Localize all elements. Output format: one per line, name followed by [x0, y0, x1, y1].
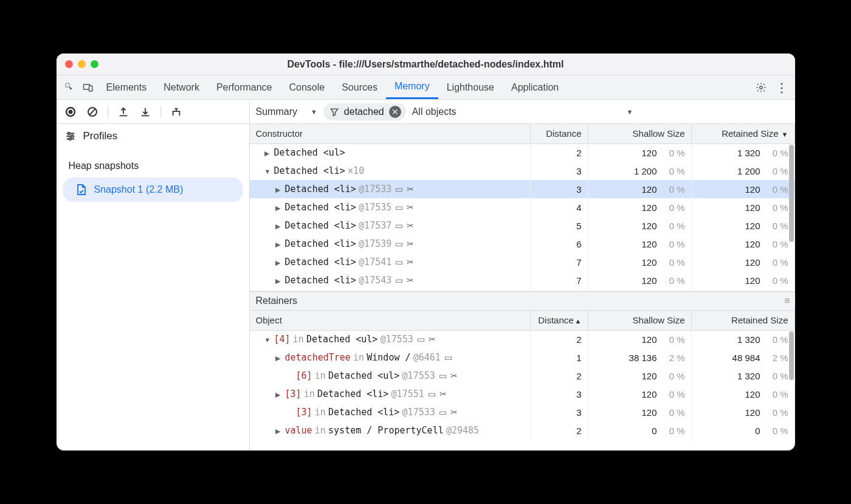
table-row[interactable]: ▼[4] in Detached <ul> @17553▭✂21200 %1 3…	[250, 330, 795, 348]
scissors-icon: ✂	[407, 221, 414, 230]
retainers-header[interactable]: Retainers ≡	[250, 291, 795, 311]
col-distance[interactable]: Distance	[530, 124, 588, 143]
tune-icon	[65, 131, 76, 142]
constructors-table-wrap: Constructor Distance Shallow Size Retain…	[250, 124, 795, 291]
tab-lighthouse[interactable]: Lighthouse	[438, 75, 503, 99]
gc-icon[interactable]	[167, 103, 185, 121]
svg-point-5	[68, 109, 72, 114]
clear-filter-icon[interactable]: ✕	[389, 106, 401, 118]
more-icon[interactable]: ⋮	[773, 79, 790, 96]
col-retained[interactable]: Retained Size	[691, 311, 794, 330]
col-shallow[interactable]: Shallow Size	[588, 124, 691, 143]
col-retained[interactable]: Retained Size ▼	[691, 124, 794, 143]
tab-network[interactable]: Network	[155, 75, 208, 99]
sidebar-group-heap: Heap snapshots	[57, 148, 249, 175]
record-icon[interactable]	[61, 103, 80, 121]
element-icon: ▭	[439, 371, 447, 381]
profiles-header[interactable]: Profiles	[57, 124, 249, 148]
maximize-button[interactable]	[91, 60, 98, 68]
svg-point-9	[67, 133, 70, 135]
col-distance[interactable]: Distance▲	[530, 311, 588, 330]
scissors-icon: ✂	[450, 407, 458, 417]
element-icon: ▭	[439, 407, 447, 417]
element-icon: ▭	[395, 202, 403, 212]
devtools-window: DevTools - file:///Users/stmarthe/detach…	[57, 54, 795, 450]
scissors-icon: ✂	[407, 275, 414, 285]
constructors-table: Constructor Distance Shallow Size Retain…	[250, 124, 795, 291]
profiles-label: Profiles	[83, 130, 118, 142]
snapshot-label: Snapshot 1 (2.2 MB)	[94, 184, 184, 195]
tab-performance[interactable]: Performance	[208, 75, 281, 99]
tab-application[interactable]: Application	[503, 75, 567, 99]
table-row[interactable]: ▶Detached <li> @17539▭✂61200 %1200 %	[250, 235, 795, 253]
element-icon: ▭	[428, 389, 436, 399]
element-icon: ▭	[395, 184, 403, 194]
memory-panel: Summary ▼ detached ✕ All objects ▼	[250, 100, 795, 450]
table-row[interactable]: ▶[3] in Detached <li> @17551▭✂31200 %120…	[250, 385, 795, 403]
scissors-icon: ✂	[407, 184, 414, 194]
scissors-icon: ✂	[407, 239, 414, 249]
table-row[interactable]: ▶Detached <li> @17543▭✂71200 %1200 %	[250, 271, 795, 289]
col-constructor[interactable]: Constructor	[250, 124, 531, 143]
chevron-down-icon: ▼	[311, 108, 317, 116]
svg-point-13	[69, 138, 71, 140]
window-title: DevTools - file:///Users/stmarthe/detach…	[57, 59, 795, 70]
retainers-table-wrap: Object Distance▲ Shallow Size Retained S…	[250, 311, 795, 450]
window-controls	[57, 60, 98, 68]
table-row[interactable]: ▶value in system / PropertyCell @2948520…	[250, 421, 795, 440]
scissors-icon: ✂	[450, 371, 458, 381]
svg-rect-0	[66, 83, 69, 87]
table-row[interactable]: ▶Detached <li> @17533▭✂31200 %1200 %	[250, 180, 795, 198]
table-row[interactable]: ▶Detached <li> @17545▭✂61200 %1200 %	[250, 289, 795, 291]
close-button[interactable]	[65, 60, 73, 68]
panel-tabs: ElementsNetworkPerformanceConsoleSources…	[57, 75, 795, 100]
col-object[interactable]: Object	[250, 311, 531, 330]
tab-elements[interactable]: Elements	[98, 75, 156, 99]
sidebar-toolbar	[57, 100, 249, 124]
scissors-icon: ✂	[407, 202, 414, 212]
settings-icon[interactable]	[753, 79, 770, 96]
scissors-icon: ✂	[429, 334, 436, 344]
retainers-table: Object Distance▲ Shallow Size Retained S…	[250, 311, 795, 440]
snapshot-item[interactable]: Snapshot 1 (2.2 MB)	[63, 178, 243, 202]
device-toolbar-icon[interactable]	[80, 79, 97, 96]
save-icon[interactable]	[136, 103, 154, 121]
svg-point-11	[71, 135, 73, 137]
profiles-sidebar: Profiles Heap snapshots Snapshot 1 (2.2 …	[57, 100, 250, 450]
table-row[interactable]: ▶Detached <li> @17535▭✂41200 %1200 %	[250, 198, 795, 216]
table-row[interactable]: ▶Detached <li> @17537▭✂51200 %1200 %	[250, 216, 795, 235]
filter-icon	[329, 107, 339, 117]
load-icon[interactable]	[114, 103, 133, 121]
tab-memory[interactable]: Memory	[386, 75, 438, 99]
minimize-button[interactable]	[78, 60, 86, 68]
retainers-menu-icon[interactable]: ≡	[784, 295, 788, 306]
table-row[interactable]: ▼Detached <li> ×1031 2000 %1 2000 %	[250, 162, 795, 180]
element-icon: ▭	[417, 334, 425, 344]
class-filter[interactable]: detached ✕	[323, 103, 406, 120]
filter-text: detached	[344, 106, 384, 117]
scissors-icon: ✂	[439, 389, 447, 399]
tab-sources[interactable]: Sources	[333, 75, 386, 99]
chevron-down-icon: ▼	[627, 108, 633, 116]
table-row[interactable]: ▶detachedTree in Window / @6461▭138 1362…	[250, 348, 795, 367]
table-row[interactable]: ▶Detached <li> @17541▭✂71200 %1200 %	[250, 253, 795, 271]
element-icon: ▭	[444, 353, 452, 362]
svg-rect-2	[89, 86, 92, 91]
element-icon: ▭	[395, 257, 403, 267]
element-icon: ▭	[395, 275, 403, 285]
element-icon: ▭	[395, 239, 403, 249]
tab-console[interactable]: Console	[280, 75, 333, 99]
file-icon	[76, 184, 87, 196]
clear-icon[interactable]	[83, 103, 102, 121]
scope-dropdown[interactable]: All objects ▼	[412, 106, 633, 117]
scissors-icon: ✂	[407, 257, 414, 267]
table-row[interactable]: [6] in Detached <ul> @17553▭✂21200 %1 32…	[250, 367, 795, 385]
view-dropdown[interactable]: Summary ▼	[256, 106, 317, 117]
table-row[interactable]: [3] in Detached <li> @17533▭✂31200 %1200…	[250, 403, 795, 421]
memory-toolbar: Summary ▼ detached ✕ All objects ▼	[250, 100, 795, 124]
col-shallow[interactable]: Shallow Size	[588, 311, 691, 330]
svg-line-7	[89, 109, 95, 115]
table-row[interactable]: ▶Detached <ul>21200 %1 3200 %	[250, 143, 795, 162]
element-icon: ▭	[395, 221, 403, 230]
inspect-icon[interactable]	[61, 79, 78, 96]
